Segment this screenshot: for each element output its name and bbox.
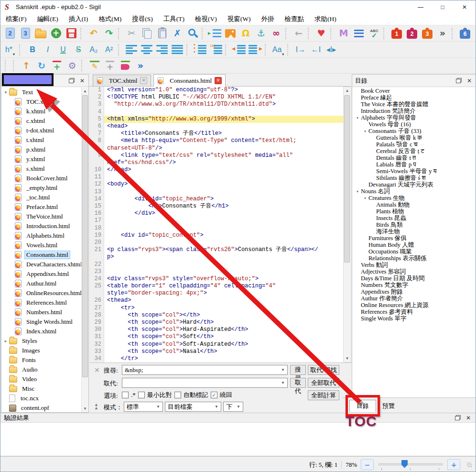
checkbox[interactable] [122,392,129,398]
undo-button[interactable]: ↶ [86,27,101,40]
toolbar-overflow-2-button[interactable]: » [473,27,476,40]
file-tree-item[interactable]: Audio [1,365,81,374]
metadata-editor-button[interactable]: M [336,27,351,40]
file-tree-item[interactable]: toc.ncx [1,394,81,403]
file-tree-item[interactable]: BookCover.html [1,174,81,183]
chevron-down-icon[interactable]: ▼ [237,405,240,409]
checkbox-checked[interactable]: ✓ [211,392,217,398]
insert-id-anchor-button[interactable]: ⚓ [253,27,269,40]
close-tab-icon[interactable]: ✕ [140,77,147,84]
cursor-to-start-button[interactable]: ←I [308,43,324,56]
menu-item-7[interactable]: 視窗(W) [222,14,256,24]
file-tree-item[interactable]: Introduction.html [1,221,81,231]
menu-item-3[interactable]: 格式(M) [93,14,127,24]
indent-button[interactable] [247,43,263,56]
toc-tree-item[interactable]: ▾Creatures 生物 [353,195,475,201]
align-justify-button[interactable] [170,43,185,56]
file-tree-item[interactable]: ▸Styles [1,336,81,346]
close-panel-icon[interactable]: ✕ [467,78,472,84]
editor-scrollbar[interactable]: ▲ ▼ [343,87,351,362]
close-panel-icon[interactable]: ✕ [80,78,85,84]
align-center-button[interactable] [139,43,154,56]
zoom-slider[interactable] [378,460,444,470]
bold-button[interactable]: B [25,43,40,56]
replace-button[interactable]: 取代 [290,378,306,388]
direction-select[interactable]: 下▼ [223,402,243,412]
heading-button[interactable]: h*▾ [2,43,18,56]
file-tree-item[interactable]: Index.xhtml [1,327,81,336]
chevron-down-icon[interactable]: ▼ [215,405,218,409]
dock-tab-preview[interactable]: 預覽 [378,400,399,412]
count-all-button[interactable]: 全部計算 [308,390,339,400]
spellcheck-button[interactable]: ABC [367,27,382,40]
text-casing-button[interactable]: Aa▾ [270,43,286,56]
file-tree-item[interactable]: _empty.html [1,183,81,193]
redo-button[interactable]: ↷ [101,27,117,40]
edit-toc-button[interactable] [351,27,367,40]
mend-code-button[interactable]: ✗ [170,27,185,40]
zoom-out-button[interactable]: − [361,459,374,470]
menu-item-8[interactable]: 外掛 [256,14,279,24]
editor-tab[interactable]: TOC.xhtml✕ [93,75,151,86]
file-tree-item[interactable]: t-dot.xhtml [1,126,81,135]
file-tree-item[interactable]: Consonants.html [1,250,81,260]
toc-tree-item[interactable]: Birds 鳥類 [353,221,475,228]
superscript-button[interactable]: A² [101,43,117,56]
close-panel-icon[interactable]: ✕ [466,415,471,421]
float-panel-icon[interactable] [455,415,461,420]
file-tree-item[interactable]: Appendixes.html [1,269,81,279]
menu-item-0[interactable]: 檔案(F) [0,14,32,24]
editor-tab[interactable]: Consonants.html✕ [153,74,226,87]
new-epub2-button[interactable]: 2 [2,27,18,40]
plugin-3-button[interactable]: 3 [420,27,435,40]
file-tree-item[interactable]: y.xhtml [1,154,81,164]
maximize-button[interactable]: □ [432,0,454,13]
menu-item-4[interactable]: 搜尋(S) [127,14,158,24]
code-editor[interactable]: 1<?xml version="1.0" encoding="utf-8"?>2… [89,87,343,362]
replace-find-button[interactable]: 取代/尋找 [308,365,339,375]
split-at-cursor-button[interactable] [207,27,223,40]
menu-item-9[interactable]: 檢查點 [279,14,309,24]
scroll-down-icon[interactable]: ▼ [344,355,351,362]
donate-button[interactable]: ♥ [314,27,329,40]
scrollbar-thumb[interactable] [344,95,350,263]
menu-item-2[interactable]: 插入(I) [64,14,94,24]
float-panel-icon[interactable] [69,78,75,83]
commit-up-button[interactable]: ↑ [19,59,34,72]
underline-button[interactable]: U [55,43,71,56]
file-tree-item[interactable]: t.xhtml [1,135,81,145]
file-tree-item[interactable]: Numbers.html [1,307,81,317]
italic-button[interactable]: I [40,43,55,56]
replace-all-button[interactable]: 全部取代 [308,378,339,388]
file-tree-item[interactable]: s.xhtml [1,164,81,174]
copy-button[interactable] [139,27,154,40]
file-tree-item[interactable]: OnlineResources.html [1,288,81,298]
add-note-button[interactable]: + [102,59,118,72]
plugin-1-button[interactable]: 1 [389,27,404,40]
file-tree-item[interactable]: Preface.html [1,202,81,212]
menu-item-1[interactable]: 編輯(E) [32,14,64,24]
cut-button[interactable]: ✂ [124,27,139,40]
paste-button[interactable] [154,27,170,40]
new-epub3-button[interactable]: 3 [18,27,33,40]
refresh-button[interactable]: ↻ [34,59,49,72]
file-tree-item[interactable]: DevaCharacters.xhtml [1,260,81,269]
file-tree-item[interactable]: k.xhtml [1,107,81,116]
file-tree-item[interactable]: Misc [1,384,81,394]
file-tree-item[interactable]: Video [1,374,81,384]
chevron-down-icon[interactable]: ▼ [281,381,285,385]
float-panel-icon[interactable] [456,78,462,83]
scroll-up-icon[interactable]: ▲ [82,88,88,95]
settings-gear-button[interactable]: ⚙ [65,59,80,72]
menu-item-10[interactable]: 求助(H) [309,14,342,24]
file-tree-item[interactable]: Alphabets.html [1,231,81,241]
scope-select[interactable]: 目前檔案▼ [165,402,221,412]
bullet-list-button[interactable] [192,43,208,56]
toc-tree-item[interactable]: Animals 動物 [353,201,475,208]
slider-track[interactable] [379,463,443,465]
menu-item-5[interactable]: 工具(T) [158,14,190,24]
edit-checkpoint-button[interactable]: ✎ [87,59,102,72]
align-right-button[interactable] [154,43,170,56]
replace-input[interactable]: ▼ [122,378,288,388]
file-tree-item[interactable]: Single Words.html [1,317,81,327]
